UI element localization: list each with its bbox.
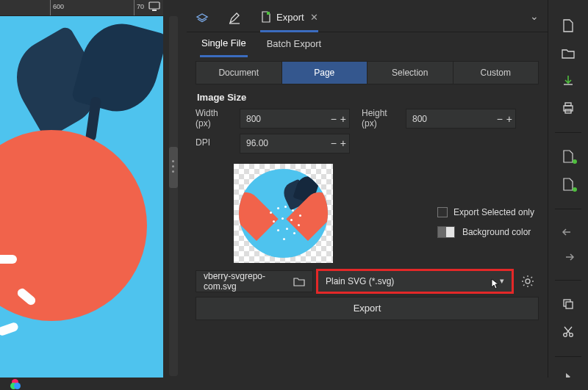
segment-custom[interactable]: Custom: [453, 61, 539, 84]
export-preview: [234, 164, 333, 263]
width-input[interactable]: 800 −+: [240, 109, 350, 129]
dpi-input[interactable]: 96.00 −+: [240, 134, 350, 154]
export-filename-field[interactable]: vberry-svgrepo-com.svg: [196, 270, 313, 292]
width-label: Width (px): [196, 109, 232, 129]
dpi-label: DPI: [196, 138, 232, 148]
svg-line-10: [523, 284, 525, 286]
segment-selection[interactable]: Selection: [368, 61, 453, 84]
export-panel: Export ✕ ⌄ Single File Batch Export Docu…: [187, 0, 548, 381]
right-toolbar: [548, 0, 588, 390]
close-icon[interactable]: ✕: [310, 12, 318, 23]
svg-rect-0: [149, 2, 159, 9]
canvas[interactable]: [0, 16, 163, 383]
color-swatch-icon: [437, 226, 455, 238]
edit-icon: [228, 12, 241, 25]
chevron-down-icon: ▾: [500, 276, 504, 286]
segment-page[interactable]: Page: [282, 61, 368, 84]
panel-tab-unknown-b[interactable]: [228, 0, 241, 32]
plus-icon[interactable]: +: [338, 113, 348, 125]
svg-rect-13: [565, 103, 571, 106]
color-profile-icon[interactable]: [10, 379, 21, 389]
undo-button[interactable]: [560, 227, 576, 237]
svg-rect-16: [566, 302, 573, 308]
segment-document[interactable]: Document: [196, 61, 282, 84]
new-document-button[interactable]: [560, 19, 576, 32]
mouse-cursor-icon: [491, 278, 500, 290]
layers-icon: [196, 12, 209, 25]
plus-icon[interactable]: +: [504, 113, 514, 125]
height-input[interactable]: 800 −+: [406, 109, 516, 129]
canvas-area[interactable]: 600 70: [0, 0, 163, 383]
import-button[interactable]: [560, 150, 576, 163]
panel-drag-handle[interactable]: [172, 160, 175, 176]
minus-icon[interactable]: −: [495, 113, 504, 125]
redo-button[interactable]: [560, 252, 576, 262]
plus-icon[interactable]: +: [338, 137, 348, 149]
chevron-down-icon[interactable]: ⌄: [530, 10, 539, 22]
svg-point-3: [526, 279, 530, 284]
scrollbar-vertical[interactable]: [169, 16, 178, 376]
checkbox-icon: [437, 207, 448, 217]
image-size-heading: Image Size: [197, 92, 537, 103]
save-button[interactable]: [560, 73, 576, 87]
svg-rect-2: [267, 12, 270, 15]
export-button-sidebar[interactable]: [560, 178, 576, 191]
document-icon: [260, 11, 272, 23]
folder-icon[interactable]: [293, 276, 305, 286]
panel-tab-unknown-a[interactable]: [196, 0, 209, 32]
ruler-horizontal: 600 70: [0, 0, 163, 16]
background-color-picker[interactable]: Background color: [437, 226, 534, 238]
panel-tab-export[interactable]: Export ✕: [260, 0, 318, 32]
export-format-dropdown[interactable]: Plain SVG (*.svg) ▾: [318, 270, 512, 292]
minus-icon[interactable]: −: [329, 137, 338, 149]
cut-button[interactable]: [560, 325, 576, 339]
export-button[interactable]: Export: [196, 297, 539, 320]
copy-button[interactable]: [560, 297, 576, 311]
height-label: Height (px): [362, 109, 398, 129]
export-settings-button[interactable]: [517, 270, 539, 292]
subtab-batch-export[interactable]: Batch Export: [265, 33, 323, 56]
export-selected-only-checkbox[interactable]: Export Selected only: [437, 207, 534, 217]
open-button[interactable]: [560, 47, 576, 59]
gear-icon: [521, 275, 534, 288]
svg-line-8: [523, 277, 525, 278]
display-icon[interactable]: [148, 1, 160, 12]
subtab-single-file[interactable]: Single File: [200, 32, 248, 57]
tab-label: Export: [276, 12, 304, 23]
svg-rect-1: [152, 10, 157, 11]
minus-icon[interactable]: −: [329, 113, 338, 125]
svg-point-17: [564, 333, 567, 337]
svg-line-9: [531, 284, 533, 286]
svg-line-11: [531, 277, 533, 278]
svg-point-18: [570, 333, 573, 337]
print-button[interactable]: [560, 101, 576, 115]
